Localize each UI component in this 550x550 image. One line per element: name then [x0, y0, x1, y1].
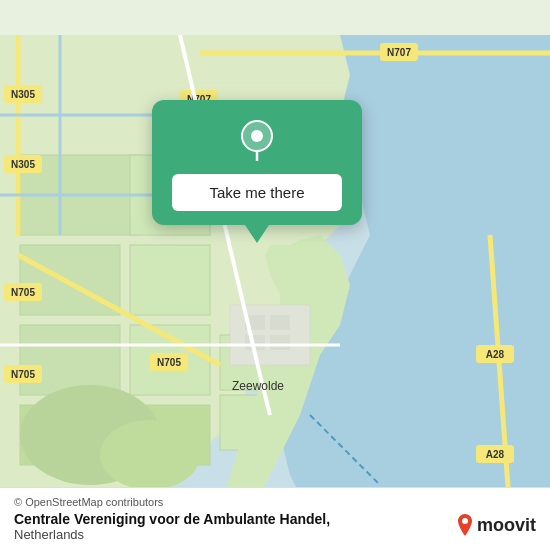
map-background: N707 N707 N305 N305 N705 N705 N705 A28 A…	[0, 0, 550, 550]
svg-text:A28: A28	[486, 349, 505, 360]
svg-text:N305: N305	[11, 159, 35, 170]
svg-text:N705: N705	[11, 287, 35, 298]
svg-text:A28: A28	[486, 449, 505, 460]
svg-text:N705: N705	[157, 357, 181, 368]
moovit-pin-icon	[456, 514, 474, 536]
svg-text:N707: N707	[387, 47, 411, 58]
svg-rect-7	[130, 245, 210, 315]
svg-text:N705: N705	[11, 369, 35, 380]
svg-rect-19	[270, 315, 290, 330]
take-me-there-button[interactable]: Take me there	[172, 174, 342, 211]
svg-text:Zeewolde: Zeewolde	[232, 379, 284, 393]
svg-point-55	[462, 518, 468, 524]
svg-point-14	[100, 420, 200, 490]
moovit-logo: moovit	[456, 514, 536, 536]
popup-card: Take me there	[152, 100, 362, 225]
svg-rect-21	[270, 335, 290, 350]
attribution-text: © OpenStreetMap contributors	[14, 496, 536, 508]
svg-text:N305: N305	[11, 89, 35, 100]
map-container: N707 N707 N305 N305 N705 N705 N705 A28 A…	[0, 0, 550, 550]
location-pin-icon	[235, 118, 279, 162]
footer: © OpenStreetMap contributors Centrale Ve…	[0, 487, 550, 550]
svg-rect-5	[20, 325, 120, 395]
moovit-label: moovit	[477, 515, 536, 536]
svg-point-53	[251, 130, 263, 142]
